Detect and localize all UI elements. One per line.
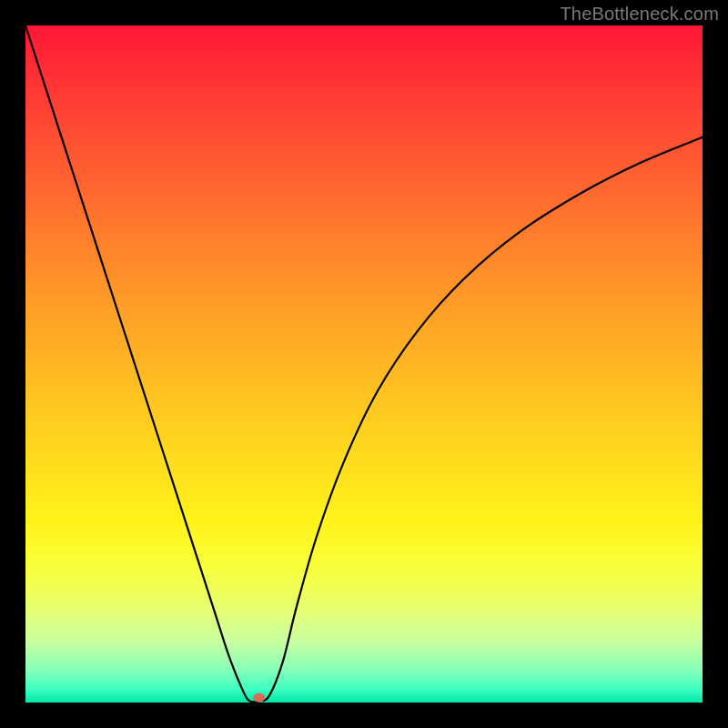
minimum-marker — [253, 693, 265, 703]
chart-svg — [25, 25, 703, 703]
chart-plot-area — [25, 25, 703, 703]
bottleneck-curve — [25, 25, 703, 702]
chart-frame: TheBottleneck.com — [0, 0, 728, 728]
watermark-text: TheBottleneck.com — [560, 4, 719, 25]
